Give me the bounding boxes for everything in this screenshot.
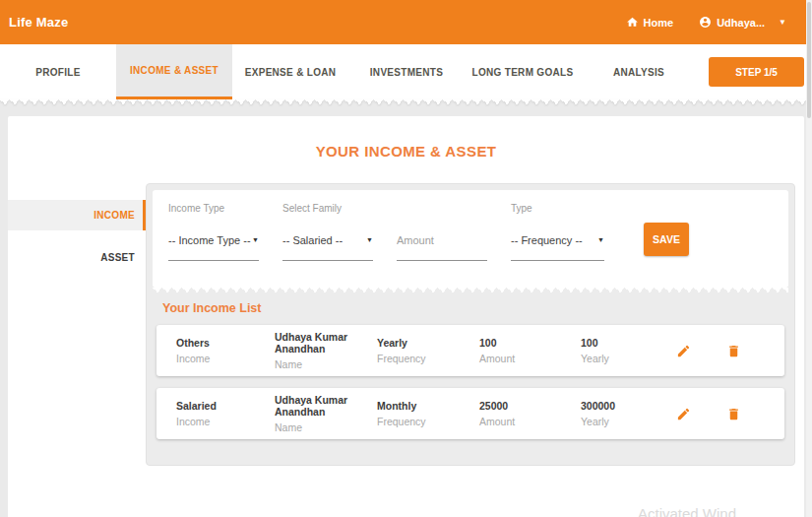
edit-pencil-icon[interactable] bbox=[676, 407, 691, 421]
cell-value: Monthly bbox=[377, 400, 479, 412]
income-type-select[interactable]: -- Income Type -- ▼ bbox=[168, 234, 259, 261]
tab-list: PROFILE INCOME & ASSET EXPENSE & LOAN IN… bbox=[0, 44, 697, 99]
select-family-select[interactable]: -- Salaried -- ▼ bbox=[282, 234, 373, 261]
cell-income-type: Others Income bbox=[176, 337, 275, 364]
cell-name: Udhaya Kumar Anandhan Name bbox=[275, 394, 377, 433]
cell-amount: 25000 Amount bbox=[479, 400, 581, 427]
income-row: Salaried Income Udhaya Kumar Anandhan Na… bbox=[156, 388, 784, 439]
field-select-family: Select Family -- Salaried -- ▼ bbox=[282, 203, 373, 261]
cell-yearly: 100 Yearly bbox=[581, 337, 667, 364]
cell-label: Yearly bbox=[581, 416, 667, 427]
income-form: Income Type -- Income Type -- ▼ Select F… bbox=[153, 190, 788, 288]
home-icon bbox=[626, 16, 639, 29]
main-content-card: YOUR INCOME & ASSET INCOME ASSET Income … bbox=[8, 116, 804, 517]
cell-value: Others bbox=[176, 337, 275, 349]
cell-value: 25000 bbox=[479, 400, 581, 412]
tab-analysis[interactable]: ANALYSIS bbox=[581, 44, 697, 99]
delete-trash-icon[interactable] bbox=[726, 344, 741, 358]
caret-down-icon: ▼ bbox=[252, 236, 259, 243]
cell-value: Yearly bbox=[377, 337, 479, 349]
cell-label: Name bbox=[275, 358, 377, 370]
cell-value: Salaried bbox=[176, 400, 275, 412]
select-family-value: -- Salaried -- bbox=[282, 234, 343, 246]
tab-expense-loan[interactable]: EXPENSE & LOAN bbox=[232, 44, 348, 99]
amount-label bbox=[397, 203, 487, 215]
cell-value: Udhaya Kumar Anandhan bbox=[275, 394, 377, 418]
cell-yearly: 300000 Yearly bbox=[581, 400, 667, 427]
frequency-select[interactable]: -- Frequency -- ▼ bbox=[511, 234, 604, 261]
scrollbar-thumb[interactable] bbox=[807, 2, 811, 118]
cell-frequency: Monthly Frequency bbox=[377, 400, 479, 427]
cell-name: Udhaya Kumar Anandhan Name bbox=[275, 331, 377, 370]
cell-label: Frequency bbox=[377, 353, 479, 364]
caret-down-icon: ▼ bbox=[779, 18, 786, 27]
user-circle-icon bbox=[699, 16, 712, 29]
income-row: Others Income Udhaya Kumar Anandhan Name… bbox=[156, 325, 784, 376]
cell-label: Yearly bbox=[581, 353, 667, 364]
home-link[interactable]: Home bbox=[626, 16, 674, 29]
sidebar-item-asset[interactable]: ASSET bbox=[8, 242, 146, 273]
app-header: Life Maze Home Udhaya... ▼ bbox=[0, 0, 812, 44]
row-actions bbox=[676, 344, 784, 358]
cell-label: Frequency bbox=[377, 416, 479, 427]
page-title: YOUR INCOME & ASSET bbox=[8, 116, 804, 160]
income-type-label: Income Type bbox=[168, 203, 259, 215]
save-button[interactable]: SAVE bbox=[644, 223, 689, 256]
edit-pencil-icon[interactable] bbox=[676, 344, 691, 358]
cell-label: Income bbox=[176, 416, 275, 427]
sidebar-item-income[interactable]: INCOME bbox=[8, 200, 146, 230]
brand-logo: Life Maze bbox=[9, 15, 68, 30]
step-indicator-button[interactable]: STEP 1/5 bbox=[709, 57, 804, 87]
amount-control bbox=[397, 234, 487, 261]
cell-label: Name bbox=[275, 421, 377, 433]
content-row: INCOME ASSET Income Type -- Income Type … bbox=[8, 183, 804, 466]
field-type: Type -- Frequency -- ▼ bbox=[511, 203, 604, 261]
cell-label: Amount bbox=[479, 353, 581, 364]
frequency-value: -- Frequency -- bbox=[511, 234, 583, 246]
type-label: Type bbox=[511, 203, 604, 215]
amount-input[interactable] bbox=[397, 234, 475, 246]
tab-profile[interactable]: PROFILE bbox=[0, 44, 116, 99]
vertical-scrollbar[interactable] bbox=[806, 0, 812, 517]
income-type-value: -- Income Type -- bbox=[168, 234, 251, 246]
caret-down-icon: ▼ bbox=[366, 236, 373, 243]
row-actions bbox=[676, 407, 784, 421]
income-list-title: Your Income List bbox=[162, 301, 788, 315]
save-wrap: SAVE bbox=[644, 203, 689, 261]
cell-frequency: Yearly Frequency bbox=[377, 337, 479, 364]
section-sidebar: INCOME ASSET bbox=[8, 183, 146, 466]
tab-investments[interactable]: INVESTMENTS bbox=[348, 44, 465, 99]
cell-value: 300000 bbox=[581, 400, 667, 412]
cell-value: Udhaya Kumar Anandhan bbox=[275, 331, 377, 355]
tab-income-asset[interactable]: INCOME & ASSET bbox=[116, 44, 232, 99]
cell-label: Income bbox=[176, 353, 275, 364]
home-label: Home bbox=[644, 17, 674, 29]
activation-watermark: Activated Wind bbox=[638, 505, 736, 517]
income-panel: Income Type -- Income Type -- ▼ Select F… bbox=[146, 183, 795, 466]
delete-trash-icon[interactable] bbox=[726, 407, 741, 421]
caret-down-icon: ▼ bbox=[597, 236, 604, 243]
nav-bar: PROFILE INCOME & ASSET EXPENSE & LOAN IN… bbox=[0, 44, 812, 99]
user-label: Udhaya... bbox=[717, 17, 765, 29]
cell-value: 100 bbox=[479, 337, 581, 349]
cell-amount: 100 Amount bbox=[479, 337, 581, 364]
tab-long-term-goals[interactable]: LONG TERM GOALS bbox=[465, 44, 581, 99]
cell-label: Amount bbox=[479, 416, 581, 427]
field-amount bbox=[397, 203, 487, 261]
user-menu[interactable]: Udhaya... ▼ bbox=[699, 16, 786, 29]
cell-income-type: Salaried Income bbox=[176, 400, 275, 427]
header-actions: Home Udhaya... ▼ bbox=[626, 16, 786, 29]
field-income-type: Income Type -- Income Type -- ▼ bbox=[168, 203, 259, 261]
select-family-label: Select Family bbox=[282, 203, 373, 215]
cell-value: 100 bbox=[581, 337, 667, 349]
